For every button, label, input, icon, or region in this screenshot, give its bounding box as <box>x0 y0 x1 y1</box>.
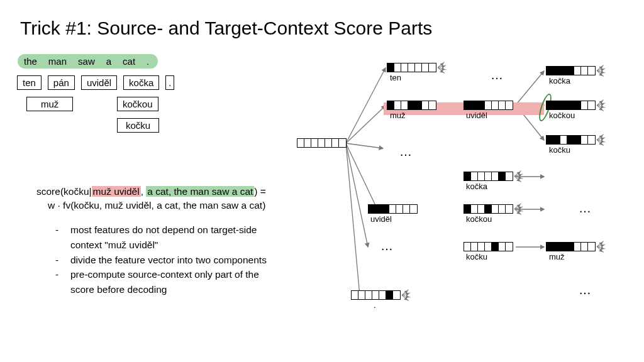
word-box: uviděl <box>81 75 117 90</box>
bullet-text: divide the feature vector into two compo… <box>70 253 307 267</box>
hypothesis-tree: ten muž … uviděl kočka kočkou kočku uvid… <box>296 57 644 333</box>
fv-label: kočka <box>549 76 570 85</box>
word-box: pán <box>48 75 75 90</box>
word-box: kočkou <box>117 97 158 111</box>
src-tok: man <box>48 56 67 67</box>
src-tok: the <box>24 56 37 67</box>
score-prefix: score(kočku| <box>36 186 92 197</box>
fv-node <box>546 66 596 75</box>
svg-line-4 <box>346 143 368 247</box>
fv-node <box>546 101 596 110</box>
fv-root <box>297 138 347 148</box>
score-tgt-ctx: muž uviděl <box>92 186 141 197</box>
target-row-2b: kočkou <box>117 97 158 111</box>
bullet-list: -most features do not depend on target-s… <box>55 223 307 296</box>
fv-label: muž <box>549 252 565 261</box>
fv-node <box>464 172 513 181</box>
word-box: kočku <box>117 118 159 133</box>
fv-label: uviděl <box>370 214 392 224</box>
svg-line-7 <box>516 71 544 105</box>
fv-label: . <box>374 300 376 310</box>
word-box: ten <box>17 75 42 90</box>
ellipsis: … <box>399 145 413 159</box>
score-src-ctx: a cat, the man saw a cat <box>146 186 254 197</box>
score-suffix: ) = <box>254 186 266 197</box>
target-row-2a: muž <box>26 97 73 111</box>
fv-label: uviděl <box>466 111 487 120</box>
bullet-text: context "muž uviděl" <box>70 238 307 252</box>
svg-line-2 <box>346 143 383 148</box>
src-tok: saw <box>78 56 95 67</box>
ellipsis: … <box>579 201 592 216</box>
fv-label: kočku <box>549 145 570 155</box>
bullet-text: pre-compute source-context only part of … <box>70 268 307 282</box>
fv-label: ten <box>390 73 401 82</box>
fv-node <box>368 204 418 214</box>
fv-label: kočka <box>466 182 487 191</box>
svg-line-5 <box>346 143 360 295</box>
word-box: muž <box>26 97 73 111</box>
target-row-1: ten pán uviděl kočka . <box>17 75 174 90</box>
bullet-text: score before decoding <box>70 283 307 297</box>
src-tok: cat <box>123 56 135 67</box>
fv-node <box>464 101 513 110</box>
fv-node <box>387 101 436 110</box>
score-line-2: w · fv(kočku, muž uviděl, a cat, the man… <box>48 199 307 212</box>
src-tok: a <box>106 56 111 67</box>
fv-node <box>387 63 436 72</box>
target-row-3: kočku <box>117 118 159 133</box>
fv-label: kočku <box>466 252 487 261</box>
ellipsis: … <box>491 68 504 82</box>
score-formula: score(kočku|muž uviděl, a cat, the man s… <box>36 185 307 298</box>
fv-node <box>546 135 596 145</box>
svg-line-1 <box>346 106 386 143</box>
word-box: kočka <box>123 75 159 90</box>
svg-line-0 <box>346 68 386 143</box>
fv-label: kočkou <box>466 214 492 224</box>
bullet-text: most features do not depend on target-si… <box>70 223 307 237</box>
ellipsis: … <box>380 239 394 253</box>
page-title: Trick #1: Source- and Target-Context Sco… <box>20 18 432 39</box>
fv-node <box>464 242 513 251</box>
fv-node <box>351 290 401 300</box>
ellipsis: … <box>579 283 592 297</box>
source-sentence-bar: the man saw a cat . <box>18 54 158 69</box>
src-tok: . <box>147 56 149 67</box>
fv-label: kočkou <box>549 111 575 120</box>
fv-label: muž <box>390 111 406 120</box>
fv-node <box>546 242 596 251</box>
svg-line-3 <box>346 143 377 209</box>
fv-node <box>464 204 513 214</box>
word-box: . <box>165 75 174 90</box>
